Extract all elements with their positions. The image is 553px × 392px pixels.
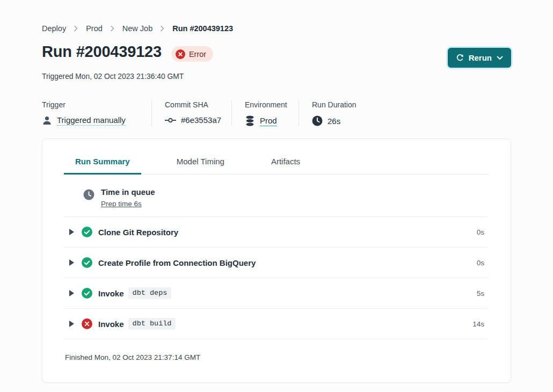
chevron-right-icon [110, 25, 115, 32]
expand-caret-icon[interactable] [69, 321, 74, 327]
database-icon [245, 115, 255, 126]
success-icon [82, 227, 92, 237]
step-row-dbt-build[interactable]: Invoke dbt build 14s [64, 309, 488, 339]
trigger-value[interactable]: Triggered manually [57, 115, 126, 126]
commit-icon [165, 117, 176, 124]
error-icon [176, 49, 185, 59]
chevron-down-icon [497, 56, 503, 60]
header: Run #200439123 Error Rerun [42, 43, 511, 68]
step-label: Invoke [98, 289, 124, 298]
run-summary-card: Run Summary Model Timing Artifacts Time … [42, 139, 511, 383]
run-duration-value: 26s [328, 117, 340, 126]
time-in-queue-row: Time in queue Prep time 6s [64, 175, 488, 217]
tab-artifacts[interactable]: Artifacts [260, 157, 311, 174]
step-duration: 0s [477, 228, 488, 236]
success-icon [82, 257, 92, 268]
step-duration: 5s [477, 289, 488, 297]
finished-timestamp: Finished Mon, 02 Oct 2023 21:37:14 GMT [64, 339, 488, 361]
expand-caret-icon[interactable] [69, 229, 74, 235]
tab-bar: Run Summary Model Timing Artifacts [64, 157, 488, 175]
step-label: Clone Git Repository [98, 228, 178, 237]
meta-environment: Environment Prod [232, 100, 299, 126]
meta-commit-sha: Commit SHA #6e3553a7 [152, 100, 232, 126]
triggered-timestamp: Triggered Mon, 02 Oct 2023 21:36:40 GMT [42, 72, 511, 81]
chevron-right-icon [74, 25, 78, 32]
queue-title: Time in queue [101, 187, 155, 197]
expand-caret-icon[interactable] [69, 259, 74, 266]
clock-icon [312, 115, 323, 126]
clock-icon [83, 189, 94, 200]
meta-trigger: Trigger Triggered manually [42, 100, 152, 126]
prep-time-link[interactable]: Prep time 6s [101, 200, 155, 208]
environment-link[interactable]: Prod [260, 116, 277, 126]
step-row-create-profile[interactable]: Create Profile from Connection BigQuery … [64, 248, 488, 278]
refresh-icon [456, 54, 464, 62]
step-duration: 14s [472, 320, 488, 328]
step-label: Invoke [98, 320, 124, 329]
breadcrumb-current-run: Run #200439123 [172, 24, 233, 33]
expand-caret-icon[interactable] [69, 290, 74, 296]
tab-run-summary[interactable]: Run Summary [64, 157, 141, 175]
breadcrumb-prod[interactable]: Prod [86, 24, 103, 33]
step-duration: 0s [477, 259, 488, 267]
status-badge-label: Error [189, 50, 206, 59]
run-metadata: Trigger Triggered manually Commit SHA #6… [42, 100, 511, 126]
meta-trigger-label: Trigger [42, 100, 139, 109]
step-row-dbt-deps[interactable]: Invoke dbt deps 5s [64, 278, 488, 309]
command-chip: dbt build [128, 318, 176, 330]
rerun-button[interactable]: Rerun [448, 48, 511, 68]
error-icon [82, 318, 92, 329]
status-badge: Error [171, 46, 213, 62]
meta-environment-label: Environment [245, 100, 286, 109]
command-chip: dbt deps [128, 287, 172, 299]
rerun-button-label: Rerun [469, 53, 492, 62]
person-icon [42, 115, 52, 126]
breadcrumb-new-job[interactable]: New Job [122, 24, 152, 33]
commit-sha-value: #6e3553a7 [181, 115, 221, 125]
page-title: Run #200439123 [42, 43, 162, 61]
step-label: Create Profile from Connection BigQuery [98, 258, 256, 267]
meta-commit-label: Commit SHA [165, 100, 219, 109]
chevron-right-icon [160, 25, 165, 32]
breadcrumb: Deploy Prod New Job Run #200439123 [42, 0, 511, 33]
tab-model-timing[interactable]: Model Timing [165, 157, 236, 174]
success-icon [82, 288, 92, 299]
run-detail-page: Deploy Prod New Job Run #200439123 Run #… [0, 0, 553, 392]
meta-duration-label: Run Duration [312, 100, 356, 109]
step-row-clone-git[interactable]: Clone Git Repository 0s [64, 217, 488, 248]
breadcrumb-deploy[interactable]: Deploy [42, 24, 66, 33]
meta-run-duration: Run Duration 26s [299, 100, 369, 126]
